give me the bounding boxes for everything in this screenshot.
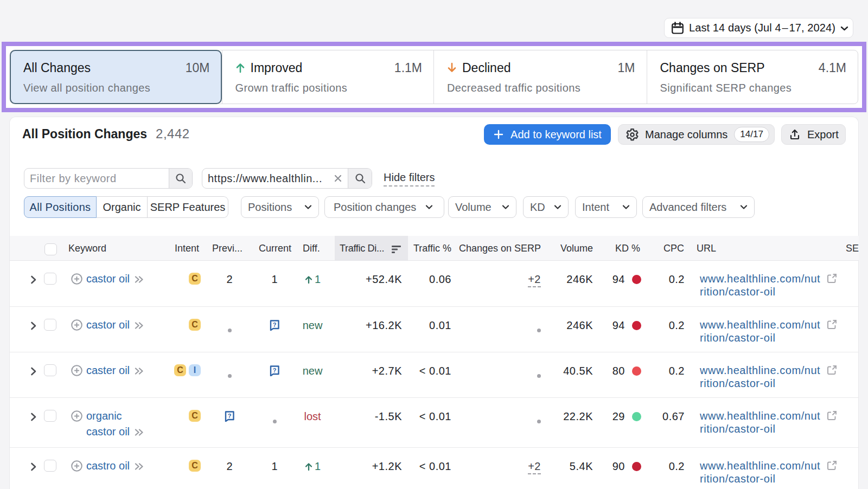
svg-text:?: ? [228,413,232,419]
svg-text:?: ? [273,321,277,328]
svg-text:?: ? [273,367,277,374]
